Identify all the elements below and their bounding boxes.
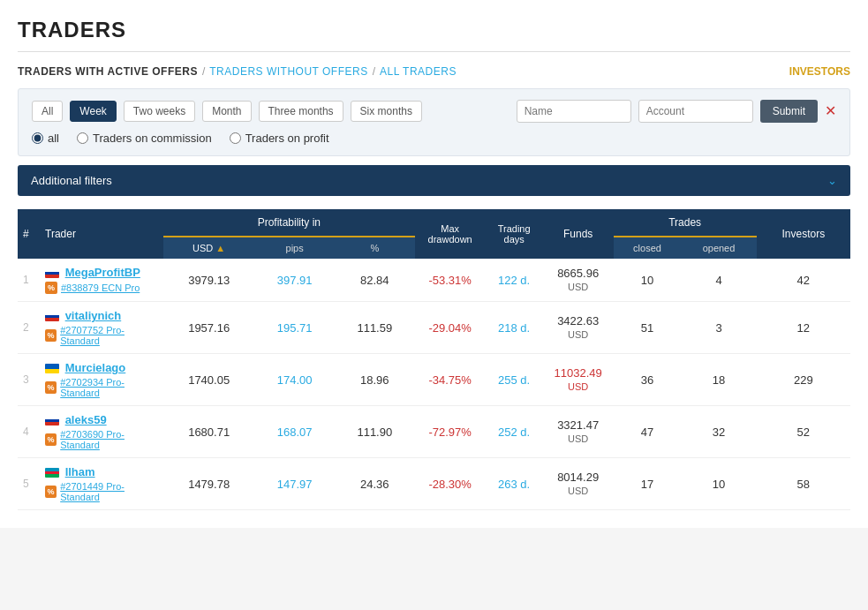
- col-percent: %: [335, 237, 415, 259]
- percent-icon: %: [45, 329, 57, 342]
- trader-name-link[interactable]: vitaliynich: [65, 309, 122, 322]
- percent-icon: %: [45, 381, 57, 394]
- account-link[interactable]: #838879 ECN Pro: [61, 282, 140, 293]
- col-hash: #: [18, 209, 40, 259]
- funds-value: 8665.96USD: [543, 259, 614, 302]
- trader-name-link[interactable]: MegaProfitBP: [65, 266, 140, 279]
- trader-cell: Ilham % #2701449 Pro-Standard: [40, 458, 163, 510]
- opened-value: 4: [681, 259, 756, 302]
- table-row: 5 Ilham % #2701449 Pro-Standard 1479.78 …: [18, 458, 850, 510]
- table-row: 1 MegaProfitBP % #838879 ECN Pro 3979.13…: [18, 259, 850, 302]
- trading-days-value: 263 d.: [486, 458, 543, 510]
- funds-value: 8014.29USD: [543, 458, 614, 510]
- opened-value: 18: [681, 354, 756, 406]
- row-num: 3: [18, 354, 40, 406]
- col-trades: Trades: [614, 209, 757, 237]
- radio-profit[interactable]: Traders on profit: [230, 132, 329, 145]
- trader-name-link[interactable]: aleks59: [65, 413, 107, 426]
- percent-value: 82.84: [335, 259, 415, 302]
- trader-cell: aleks59 % #2703690 Pro-Standard: [40, 406, 163, 458]
- radio-commission[interactable]: Traders on commission: [77, 132, 212, 145]
- flag-icon: [45, 468, 59, 478]
- percent-value: 111.59: [335, 302, 415, 354]
- max-drawdown-value: -28.30%: [415, 458, 486, 510]
- opened-value: 3: [681, 302, 756, 354]
- time-month[interactable]: Month: [202, 101, 251, 122]
- col-trader: Trader: [40, 209, 163, 259]
- chevron-down-icon: ⌄: [827, 174, 837, 187]
- usd-value: 1957.16: [163, 302, 254, 354]
- account-link[interactable]: #2702934 Pro-Standard: [60, 377, 158, 398]
- page-title: TRADERS: [18, 18, 850, 42]
- opened-value: 32: [681, 406, 756, 458]
- trading-days-value: 255 d.: [486, 354, 543, 406]
- row-num: 1: [18, 259, 40, 302]
- account-input[interactable]: [638, 100, 753, 123]
- percent-value: 111.90: [335, 406, 415, 458]
- col-usd: USD ▲: [163, 237, 254, 259]
- pips-value: 174.00: [254, 354, 335, 406]
- row-num: 2: [18, 302, 40, 354]
- table-row: 3 Murcielago % #2702934 Pro-Standard 174…: [18, 354, 850, 406]
- investors-value: 52: [757, 406, 850, 458]
- closed-value: 10: [614, 259, 682, 302]
- table-row: 4 aleks59 % #2703690 Pro-Standard 1680.7…: [18, 406, 850, 458]
- investors-value: 58: [757, 458, 850, 510]
- time-six-months[interactable]: Six months: [351, 101, 422, 122]
- nav-all-traders[interactable]: ALL TRADERS: [380, 65, 457, 78]
- flag-icon: [45, 364, 59, 373]
- submit-button[interactable]: Submit: [760, 100, 818, 123]
- trading-days-value: 252 d.: [486, 406, 543, 458]
- usd-value: 1680.71: [163, 406, 254, 458]
- max-drawdown-value: -34.75%: [415, 354, 486, 406]
- time-three-months[interactable]: Three months: [259, 101, 343, 122]
- trader-cell: vitaliynich % #2707752 Pro-Standard: [40, 302, 163, 354]
- col-profitability: Profitability in: [163, 209, 415, 237]
- investors-value: 229: [757, 354, 850, 406]
- account-link[interactable]: #2703690 Pro-Standard: [60, 429, 158, 450]
- account-link[interactable]: #2707752 Pro-Standard: [60, 325, 158, 346]
- opened-value: 10: [681, 458, 756, 510]
- max-drawdown-value: -72.97%: [415, 406, 486, 458]
- closed-value: 47: [614, 406, 682, 458]
- col-opened: opened: [681, 237, 756, 259]
- flag-icon: [45, 268, 59, 278]
- trader-cell: MegaProfitBP % #838879 ECN Pro: [40, 259, 163, 302]
- account-link[interactable]: #2701449 Pro-Standard: [60, 481, 158, 502]
- time-two-weeks[interactable]: Two weeks: [124, 101, 195, 122]
- max-drawdown-value: -53.31%: [415, 259, 486, 302]
- time-all[interactable]: All: [32, 101, 63, 122]
- trading-days-value: 122 d.: [486, 259, 543, 302]
- name-input[interactable]: [517, 100, 631, 123]
- nav-active-offers[interactable]: TRADERS WITH ACTIVE OFFERS: [18, 65, 198, 78]
- funds-value: 3422.63USD: [543, 302, 614, 354]
- account-tag: % #2702934 Pro-Standard: [45, 377, 158, 398]
- table-row: 2 vitaliynich % #2707752 Pro-Standard 19…: [18, 302, 850, 354]
- account-tag: % #838879 ECN Pro: [45, 282, 140, 294]
- percent-value: 24.36: [335, 458, 415, 510]
- usd-value: 1479.78: [163, 458, 254, 510]
- pips-value: 147.97: [254, 458, 335, 510]
- col-investors: Investors: [757, 209, 850, 259]
- time-week[interactable]: Week: [70, 101, 116, 122]
- col-funds: Funds: [543, 209, 614, 259]
- trader-name-link[interactable]: Murcielago: [65, 361, 126, 374]
- account-tag: % #2703690 Pro-Standard: [45, 429, 158, 450]
- trader-name-link[interactable]: Ilham: [65, 465, 95, 478]
- usd-value: 3979.13: [163, 259, 254, 302]
- col-trading-days: Trading days: [486, 209, 543, 259]
- max-drawdown-value: -29.04%: [415, 302, 486, 354]
- trader-cell: Murcielago % #2702934 Pro-Standard: [40, 354, 163, 406]
- usd-value: 1740.05: [163, 354, 254, 406]
- funds-value: 3321.47USD: [543, 406, 614, 458]
- trading-days-value: 218 d.: [486, 302, 543, 354]
- nav-without-offers[interactable]: TRADERS WITHOUT OFFERS: [209, 65, 367, 78]
- clear-button[interactable]: ✕: [825, 100, 836, 123]
- additional-filters-bar[interactable]: Additional filters ⌄: [18, 165, 850, 196]
- investors-value: 42: [757, 259, 850, 302]
- col-pips: pips: [254, 237, 335, 259]
- closed-value: 17: [614, 458, 682, 510]
- radio-all[interactable]: all: [32, 132, 59, 145]
- percent-icon: %: [45, 433, 57, 446]
- investors-link[interactable]: INVESTORS: [789, 65, 850, 78]
